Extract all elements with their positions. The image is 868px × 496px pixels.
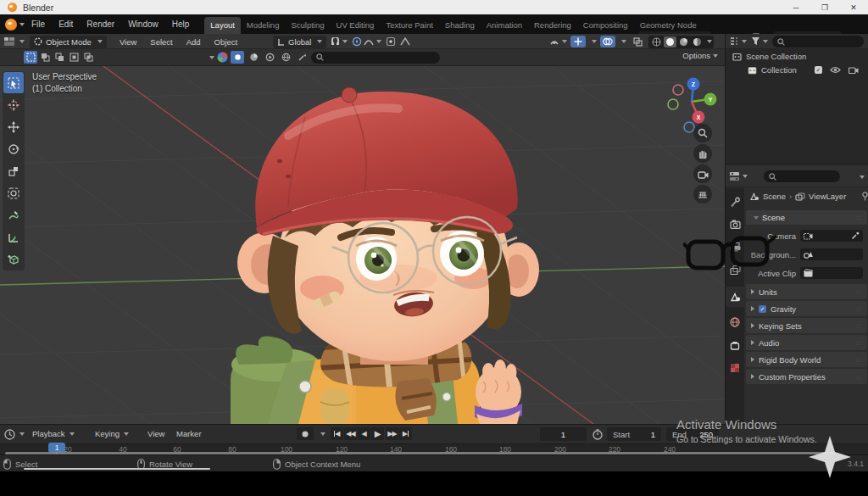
menu-object[interactable]: Object [209, 37, 243, 47]
menu-render[interactable]: Render [80, 14, 121, 34]
ts-icon-matcap-button[interactable] [263, 51, 276, 64]
tool-rotate-button[interactable] [3, 138, 24, 159]
character-model[interactable] [0, 66, 725, 424]
pan-hand-button[interactable] [693, 144, 712, 163]
menu-view[interactable]: View [114, 37, 142, 47]
object-visibility-dropdown[interactable] [549, 37, 567, 47]
tab-object-properties[interactable] [726, 335, 744, 355]
tool-measure-button[interactable] [3, 226, 24, 248]
tab-sculpting[interactable]: Sculpting [285, 17, 330, 34]
properties-editor-type-dropdown[interactable] [729, 171, 748, 181]
active-clip-field[interactable] [800, 267, 863, 279]
scene-panel-header[interactable]: Scene :: [746, 210, 867, 225]
eye-icon[interactable] [830, 66, 841, 74]
current-frame-field[interactable]: 1 [540, 427, 587, 441]
properties-search-input[interactable] [764, 170, 840, 182]
tool-add-cube-button[interactable] [3, 248, 24, 270]
panel-keying-sets[interactable]: Keying Sets:: [746, 318, 867, 333]
ts-icon-dot-button[interactable] [231, 51, 244, 64]
tab-scene-properties[interactable] [726, 287, 744, 307]
outliner-item-scene-collection[interactable]: Scene Collection [732, 52, 806, 61]
shading-wireframe-button[interactable] [650, 36, 663, 47]
tab-animation[interactable]: Animation [481, 17, 528, 34]
outliner-item-collection[interactable]: Collection [748, 65, 797, 75]
close-button[interactable]: ✕ [839, 0, 868, 14]
select-mode-new-button[interactable] [24, 51, 37, 64]
tab-texture-paint[interactable]: Texture Paint [380, 17, 438, 34]
ts-icon-sphere-button[interactable] [247, 51, 260, 64]
auto-keyframe-button[interactable] [297, 427, 314, 440]
outliner-search-input[interactable] [772, 36, 864, 47]
tab-shading[interactable]: Shading [439, 17, 481, 34]
outliner-filter-dropdown[interactable] [751, 36, 768, 46]
panel-rigid-body-world[interactable]: Rigid Body World:: [746, 352, 867, 367]
auto-keyframe-chevron[interactable] [320, 432, 326, 436]
menu-help[interactable]: Help [165, 14, 197, 34]
shading-rendered-button[interactable] [691, 36, 704, 47]
tool-cursor-button[interactable] [3, 94, 24, 115]
start-frame-field[interactable]: Start1 [607, 427, 661, 441]
snap-dropdown[interactable] [331, 37, 348, 47]
show-overlays-toggle[interactable] [600, 36, 615, 47]
properties-options-chevron[interactable] [860, 176, 865, 179]
select-mode-subtract-button[interactable] [53, 51, 66, 64]
stopwatch-icon[interactable] [593, 429, 603, 440]
timeline-menu-playback[interactable]: Playback [32, 425, 75, 443]
options-dropdown[interactable]: Options [682, 51, 718, 60]
show-gizmo-toggle[interactable] [570, 36, 586, 47]
timeline-menu-view[interactable]: View [147, 425, 164, 443]
camera-field[interactable] [800, 230, 863, 242]
timeline-menu-keying[interactable]: Keying [95, 425, 129, 443]
select-mode-intersect-button[interactable] [81, 51, 95, 64]
timeline-ruler[interactable]: 20 40 60 80 100 120 140 160 180 200 220 … [0, 443, 868, 455]
maximize-button[interactable]: ❐ [810, 0, 839, 14]
tab-layout[interactable]: Layout [204, 17, 241, 34]
menu-window[interactable]: Window [121, 14, 165, 34]
prev-keyframe-button[interactable]: ◀◀ [344, 427, 357, 440]
proportional-edit-dropdown[interactable] [352, 36, 381, 47]
menu-file[interactable]: File [25, 14, 52, 34]
tab-uv-editing[interactable]: UV Editing [331, 17, 381, 34]
next-keyframe-button[interactable]: ▶▶ [386, 427, 398, 440]
tool-scale-button[interactable] [3, 160, 24, 181]
transform-orientation-dropdown[interactable]: Global [273, 36, 326, 48]
menu-select[interactable]: Select [144, 37, 178, 47]
tab-modeling[interactable]: Modeling [241, 17, 286, 34]
ts-icon-world-button[interactable] [279, 51, 292, 64]
panel-audio[interactable]: Audio:: [746, 335, 867, 350]
panel-units[interactable]: Units:: [746, 284, 867, 299]
minimize-button[interactable]: ─ [782, 0, 810, 14]
tool-annotate-button[interactable] [3, 204, 24, 226]
tool-transform-button[interactable] [3, 182, 24, 203]
tool-select-box-button[interactable] [3, 72, 24, 93]
breadcrumb-scene[interactable]: Scene [763, 192, 786, 201]
play-button[interactable]: ▶ [371, 427, 384, 440]
camera-restrict-icon[interactable] [849, 66, 859, 74]
xray-toggle[interactable] [630, 36, 645, 47]
tab-tool-properties[interactable] [726, 192, 744, 212]
outliner-display-mode-dropdown[interactable] [729, 36, 747, 46]
jump-to-start-button[interactable]: ◀ [331, 427, 343, 440]
menu-edit[interactable]: Edit [52, 14, 80, 34]
end-frame-field[interactable]: End250 [666, 427, 719, 441]
camera-view-button[interactable] [693, 164, 712, 183]
pin-icon[interactable] [861, 192, 868, 201]
jump-to-end-button[interactable]: ▶ [399, 427, 412, 440]
viewport-3d[interactable]: User Perspective (1) Collection Z Y X [0, 66, 725, 424]
tool-search-input[interactable] [311, 52, 440, 64]
select-mode-extend-button[interactable] [38, 51, 52, 64]
ts-icon-brush-button[interactable] [295, 51, 309, 64]
background-scene-field[interactable] [800, 248, 863, 260]
gravity-checkbox[interactable]: ✓ [759, 305, 766, 313]
blender-menu-icon[interactable] [5, 19, 17, 31]
pivot-point-icon[interactable] [386, 36, 396, 47]
material-ball-icon[interactable] [217, 52, 228, 63]
timeline-menu-marker[interactable]: Marker [176, 425, 202, 443]
timeline-editor-type-dropdown[interactable] [4, 425, 25, 443]
breadcrumb-view-layer[interactable]: ViewLayer [809, 192, 846, 201]
tab-rendering[interactable]: Rendering [528, 17, 577, 34]
menu-add[interactable]: Add [181, 37, 207, 47]
tool-move-button[interactable] [3, 116, 24, 137]
play-reverse-button[interactable]: ◀ [358, 427, 370, 440]
panel-gravity[interactable]: ✓ Gravity:: [746, 301, 867, 316]
